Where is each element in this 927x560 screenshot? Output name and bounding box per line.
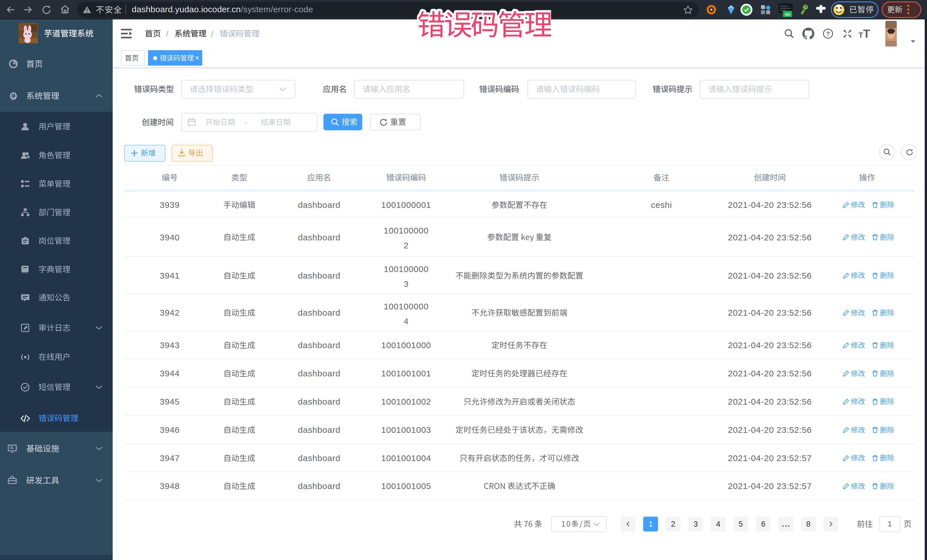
svg-text:on: on <box>785 12 790 17</box>
svg-text:?: ? <box>826 30 830 37</box>
